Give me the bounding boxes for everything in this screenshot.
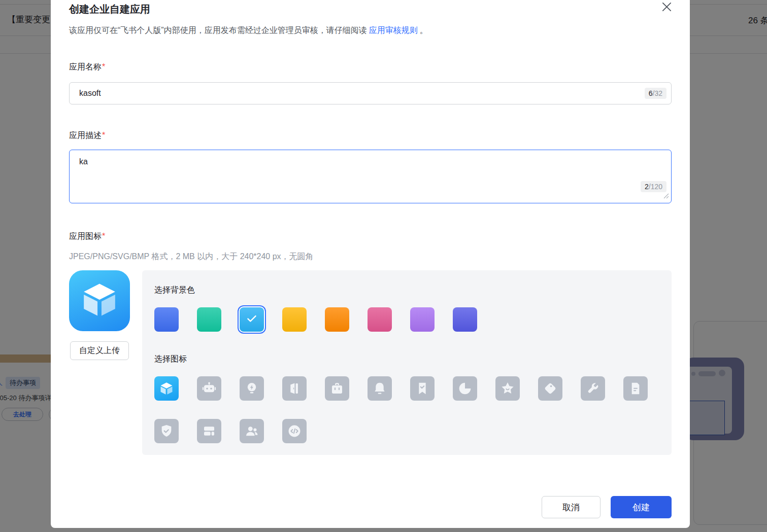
color-swatch-purple[interactable] xyxy=(410,307,435,332)
icon-option-layout[interactable] xyxy=(197,419,221,443)
app-name-input[interactable] xyxy=(69,82,672,104)
icon-option-briefcase[interactable] xyxy=(325,376,349,401)
icon-section-title: 选择图标 xyxy=(154,353,659,365)
subtitle-suffix: 。 xyxy=(420,26,428,34)
layout-icon xyxy=(201,423,217,439)
app-icon-preview xyxy=(69,270,130,331)
app-name-label: 应用名称* xyxy=(69,61,672,73)
required-asterisk: * xyxy=(102,62,105,71)
modal-title: 创建企业自建应用 xyxy=(69,2,150,16)
color-swatch-indigo[interactable] xyxy=(453,307,477,332)
icon-option-tag[interactable] xyxy=(538,376,562,401)
shield-check-icon xyxy=(158,423,175,439)
review-rules-link[interactable]: 应用审核规则 xyxy=(369,26,418,34)
briefcase-icon xyxy=(329,380,345,397)
color-swatch-green[interactable] xyxy=(197,307,221,332)
check-icon xyxy=(245,312,258,327)
app-name-counter: 6/32 xyxy=(645,88,666,99)
icon-option-pie-chart[interactable] xyxy=(453,376,477,401)
modal-subtitle: 该应用仅可在“飞书个人版”内部使用，应用发布需经过企业管理员审核，请仔细阅读应用… xyxy=(69,25,672,36)
star-icon xyxy=(499,380,516,397)
color-swatch-pink[interactable] xyxy=(368,307,392,332)
color-swatches xyxy=(154,307,659,332)
cube-icon xyxy=(78,278,121,324)
bg-color-section-title: 选择背景色 xyxy=(154,285,659,296)
lightbulb-icon xyxy=(244,380,260,397)
icon-option-bookmark-check[interactable] xyxy=(410,376,435,401)
color-swatch-azure[interactable] xyxy=(240,307,264,332)
required-asterisk: * xyxy=(102,131,105,139)
cancel-button[interactable]: 取消 xyxy=(542,496,601,518)
icon-option-robot[interactable] xyxy=(197,376,221,401)
create-button[interactable]: 创建 xyxy=(611,496,672,518)
icon-option-bell[interactable] xyxy=(368,376,392,401)
app-icon-label: 应用图标* xyxy=(69,231,672,242)
app-description-label: 应用描述* xyxy=(69,130,672,141)
icon-option-star[interactable] xyxy=(495,376,520,401)
app-description-textarea[interactable]: ka xyxy=(69,150,672,203)
app-description-counter: 2/120 xyxy=(641,181,666,192)
icon-option-code[interactable] xyxy=(282,419,307,443)
color-swatch-amber[interactable] xyxy=(282,307,307,332)
close-icon[interactable] xyxy=(659,0,675,16)
wrench-icon xyxy=(585,380,601,397)
subtitle-text: 该应用仅可在“飞书个人版”内部使用，应用发布需经过企业管理员审核，请仔细阅读 xyxy=(69,26,367,34)
custom-upload-button[interactable]: 自定义上传 xyxy=(70,341,129,360)
bell-icon xyxy=(372,380,388,397)
pie-chart-icon xyxy=(457,380,473,397)
icon-option-lightbulb[interactable] xyxy=(240,376,264,401)
icon-option-cube[interactable] xyxy=(154,376,179,401)
code-icon xyxy=(286,423,303,439)
create-app-modal: 创建企业自建应用 该应用仅可在“飞书个人版”内部使用，应用发布需经过企业管理员审… xyxy=(51,0,690,528)
cube-icon xyxy=(158,380,175,397)
icon-picker-panel: 选择背景色 选择图标 xyxy=(142,270,672,455)
icon-grid xyxy=(154,376,648,443)
robot-icon xyxy=(201,380,217,397)
color-swatch-blue[interactable] xyxy=(154,307,179,332)
door-icon xyxy=(286,380,303,397)
users-icon xyxy=(244,423,260,439)
resize-handle-icon[interactable] xyxy=(663,192,669,201)
icon-option-door[interactable] xyxy=(282,376,307,401)
tag-icon xyxy=(542,380,558,397)
icon-option-wrench[interactable] xyxy=(581,376,605,401)
bookmark-check-icon xyxy=(414,380,430,397)
required-asterisk: * xyxy=(102,232,105,240)
document-icon xyxy=(627,380,644,397)
color-swatch-orange[interactable] xyxy=(325,307,349,332)
icon-option-document[interactable] xyxy=(623,376,648,401)
app-icon-format-hint: JPEG/PNG/SVG/BMP 格式，2 MB 以内，大于 240*240 p… xyxy=(69,251,672,262)
icon-option-users[interactable] xyxy=(240,419,264,443)
icon-option-shield-check[interactable] xyxy=(154,419,179,443)
